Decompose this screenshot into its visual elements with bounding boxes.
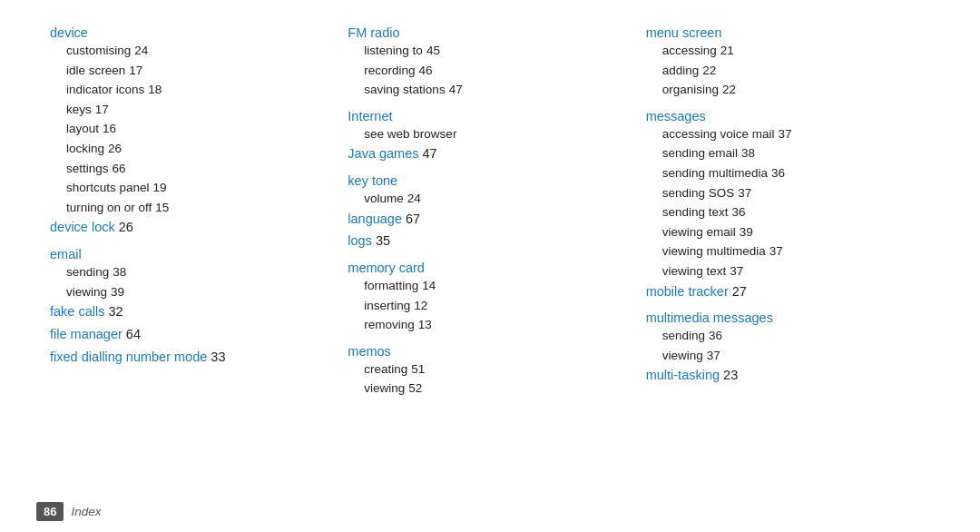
index-sub-entry: indicator icons18 — [50, 80, 329, 100]
index-entry-inline: logs 35 — [348, 231, 627, 251]
sub-entry-page: 45 — [426, 41, 440, 61]
index-sub-entry: keys17 — [50, 100, 329, 120]
index-sub-entry: layout16 — [50, 119, 329, 139]
index-column-1: devicecustomising24idle screen17indicato… — [50, 25, 348, 472]
index-entry-inline: fake calls 32 — [50, 301, 329, 322]
page-num: 23 — [720, 368, 738, 382]
index-sub-entry: formatting14 — [348, 276, 627, 296]
sub-entry-label: sending — [66, 262, 109, 282]
sub-entry-page: 37 — [730, 261, 743, 281]
index-sub-entry: organising22 — [646, 80, 926, 100]
sub-entry-page: 39 — [740, 222, 753, 242]
index-sub-entry: creating51 — [348, 360, 627, 379]
sub-entry-page: 12 — [414, 296, 427, 316]
index-column-3: menu screenaccessing21adding22organising… — [646, 25, 944, 472]
sub-entry-page: 19 — [153, 178, 167, 198]
sub-entry-label: sending SOS — [662, 183, 735, 203]
index-header: device — [50, 25, 329, 40]
sub-entry-label: viewing email — [662, 222, 736, 242]
sub-entry-page: 18 — [148, 80, 162, 100]
page-num: 27 — [729, 284, 747, 299]
index-header-inline: mobile tracker 27 — [646, 284, 747, 299]
index-entry-inline: Java games 47 — [348, 143, 627, 164]
index-sub-entry: shortcuts panel19 — [50, 178, 329, 198]
index-entry-inline: multi-tasking 23 — [646, 365, 926, 386]
index-sub-entry: adding22 — [646, 61, 926, 81]
index-header: messages — [646, 109, 926, 123]
index-entry-inline: mobile tracker 27 — [646, 281, 926, 302]
sub-entry-label: locking — [66, 139, 104, 159]
index-header-inline: device lock 26 — [50, 220, 133, 234]
sub-entry-label: accessing voice mail — [662, 124, 775, 144]
sub-entry-label: volume — [364, 189, 404, 209]
index-sub-entry: sending email38 — [646, 143, 926, 163]
sub-entry-page: 26 — [108, 139, 122, 159]
sub-entry-label: shortcuts panel — [66, 178, 150, 198]
index-sub-entry: inserting12 — [348, 296, 627, 316]
sub-entry-page: 17 — [95, 100, 109, 120]
sub-entry-page: 51 — [411, 360, 425, 379]
sub-entry-label: layout — [66, 119, 99, 139]
sub-entry-label: viewing — [364, 379, 405, 399]
index-sub-entry: see web browser — [348, 124, 627, 144]
sub-entry-page: 38 — [741, 143, 755, 163]
sub-entry-label: viewing text — [662, 261, 727, 281]
sub-entry-page: 16 — [103, 119, 116, 139]
index-header-inline: logs 35 — [348, 233, 390, 248]
sub-entry-label: formatting — [364, 276, 418, 296]
index-header-inline: language 67 — [348, 212, 420, 226]
index-sub-entry: volume24 — [348, 189, 627, 209]
sub-entry-page: 46 — [419, 61, 433, 81]
index-sub-entry: viewing39 — [50, 282, 329, 302]
sub-entry-label: listening to — [364, 41, 423, 61]
index-header: email — [50, 247, 329, 261]
sub-entry-label: idle screen — [66, 61, 125, 81]
sub-entry-label: see web browser — [364, 124, 456, 144]
sub-entry-label: sending text — [662, 202, 729, 222]
sub-entry-page: 37 — [707, 346, 720, 366]
index-sub-entry: customising24 — [50, 41, 329, 61]
index-entry-inline: file manager 64 — [50, 324, 329, 345]
sub-entry-label: organising — [662, 80, 719, 100]
index-sub-entry: sending SOS37 — [646, 183, 926, 203]
index-header-inline: fake calls 32 — [50, 304, 123, 319]
index-header: Internet — [348, 109, 627, 123]
sub-entry-label: turning on or off — [66, 198, 152, 218]
sub-entry-label: sending multimedia — [662, 163, 768, 183]
sub-entry-label: saving stations — [364, 80, 445, 100]
index-sub-entry: locking26 — [50, 139, 329, 159]
page-content: devicecustomising24idle screen17indicato… — [0, 0, 980, 490]
sub-entry-label: recording — [364, 61, 415, 81]
sub-entry-label: indicator icons — [66, 80, 144, 100]
index-sub-entry: listening to45 — [348, 41, 627, 61]
sub-entry-page: 22 — [722, 80, 736, 100]
sub-entry-label: adding — [662, 61, 700, 81]
index-column-2: FM radiolistening to45recording46saving … — [348, 25, 645, 472]
index-sub-entry: settings66 — [50, 159, 329, 179]
index-entry-inline: language 67 — [348, 209, 627, 230]
index-sub-entry: accessing voice mail37 — [646, 124, 926, 144]
index-sub-entry: viewing37 — [646, 346, 926, 366]
sub-entry-page: 38 — [113, 262, 126, 282]
sub-entry-label: settings — [66, 159, 109, 179]
page-num: 35 — [372, 233, 390, 248]
index-header-inline: fixed dialling number mode 33 — [50, 350, 225, 364]
sub-entry-page: 24 — [407, 189, 421, 209]
index-sub-entry: sending multimedia36 — [646, 163, 926, 183]
sub-entry-page: 52 — [408, 379, 422, 399]
index-sub-entry: removing13 — [348, 315, 627, 335]
index-sub-entry: saving stations47 — [348, 80, 627, 100]
page-num: 26 — [115, 220, 133, 234]
sub-entry-page: 66 — [113, 159, 126, 179]
sub-entry-page: 13 — [418, 315, 432, 335]
sub-entry-label: creating — [364, 360, 407, 379]
index-header-inline: Java games 47 — [348, 146, 436, 161]
footer-bar: 86 Index — [0, 490, 980, 532]
page-num: 67 — [402, 212, 420, 226]
sub-entry-page: 37 — [769, 241, 783, 261]
sub-entry-label: viewing — [662, 346, 703, 366]
index-sub-entry: recording46 — [348, 61, 627, 81]
sub-entry-page: 37 — [738, 183, 751, 203]
sub-entry-page: 36 — [731, 202, 745, 222]
sub-entry-label: viewing multimedia — [662, 241, 766, 261]
